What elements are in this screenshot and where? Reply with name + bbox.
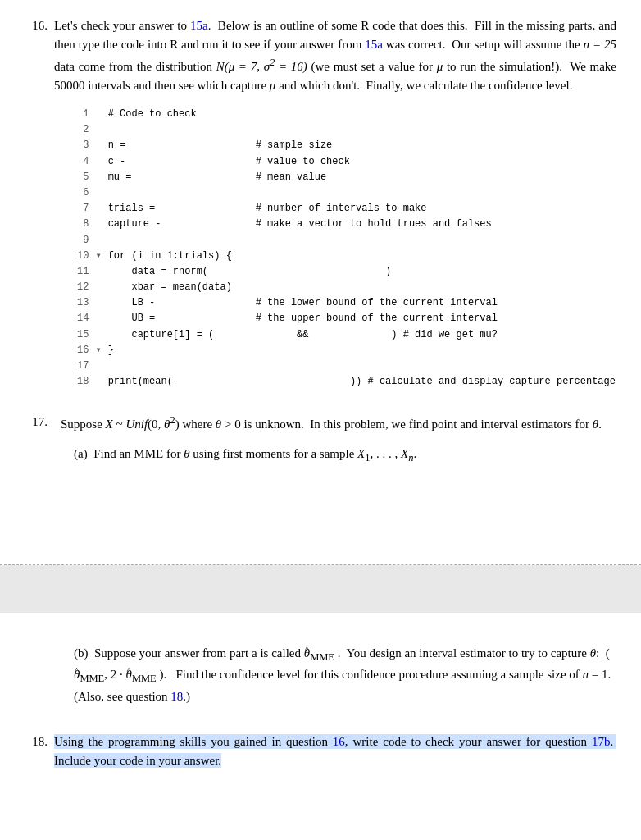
q16-header: 16. Let's check your answer to 15a. Belo…: [25, 16, 616, 95]
math-dist: N(μ = 7, σ2 = 16): [216, 60, 307, 73]
math-mu-2: μ: [270, 79, 276, 92]
code-line-15: 15 capture[i] = ( && ) # did we get mu?: [74, 327, 619, 343]
code-line-9: 9: [74, 233, 619, 249]
code-line-17: 17: [74, 358, 619, 374]
q18-header: 18. Using the programming skills you gai…: [25, 733, 616, 771]
math-n25: n = 25: [584, 38, 616, 51]
code-line-18: 18 print(mean( )) # calculate and displa…: [74, 374, 619, 390]
code-line-5: 5 mu = # mean value: [74, 170, 619, 185]
q17-number: 17.: [25, 413, 48, 431]
q17b-text: (b) Suppose your answer from part a is c…: [74, 646, 614, 703]
question-16-block: 16. Let's check your answer to 15a. Belo…: [25, 16, 616, 390]
question-18-block: 18. Using the programming skills you gai…: [25, 733, 616, 771]
bottom-section: (b) Suppose your answer from part a is c…: [25, 613, 616, 771]
link-16-in-q18[interactable]: 16: [333, 735, 345, 748]
code-line-1: 1 # Code to check: [74, 107, 619, 122]
code-line-11: 11 data = rnorm( ): [74, 264, 619, 280]
link-15a-2[interactable]: 15a: [365, 38, 383, 51]
code-line-6: 6: [74, 185, 619, 201]
q16-text: Let's check your answer to 15a. Below is…: [54, 16, 616, 95]
code-line-14: 14 UB = # the upper bound of the current…: [74, 311, 619, 326]
q18-highlight-text: Using the programming skills you gained …: [54, 734, 616, 768]
code-line-3: 3 n = # sample size: [74, 138, 619, 153]
page-content: 16. Let's check your answer to 15a. Belo…: [25, 16, 616, 771]
code-line-2: 2: [74, 122, 619, 138]
math-theta-hat-mme: ^ θ MME: [304, 646, 338, 660]
math-mu-1: μ: [437, 60, 443, 73]
q17-text: Suppose X ~ Unif(0, θ2) where θ > 0 is u…: [61, 413, 616, 434]
q18-number: 18.: [25, 733, 48, 751]
code-line-16: 16▾}: [74, 343, 619, 358]
code-line-8: 8 capture - # make a vector to hold true…: [74, 217, 619, 232]
q17a-label: (a) Find an MME for θ using first moment…: [74, 447, 416, 460]
code-line-13: 13 LB - # the lower bound of the current…: [74, 295, 619, 311]
q17b-block: (b) Suppose your answer from part a is c…: [74, 644, 616, 706]
link-18[interactable]: 18: [170, 690, 183, 703]
link-15a-1[interactable]: 15a: [190, 19, 208, 32]
q16-code-block: 1 # Code to check 2 3 n = # sample size …: [74, 107, 616, 390]
link-17b-in-q18[interactable]: 17b: [592, 735, 611, 748]
code-table: 1 # Code to check 2 3 n = # sample size …: [74, 107, 619, 390]
code-line-12: 12 xbar = mean(data): [74, 280, 619, 295]
q17-header: 17. Suppose X ~ Unif(0, θ2) where θ > 0 …: [25, 413, 616, 434]
q17a-answer-space: [25, 476, 616, 541]
gray-separator: [0, 565, 641, 613]
code-line-4: 4 c - # value to check: [74, 154, 619, 170]
code-line-10: 10▾for (i in 1:trials) {: [74, 249, 619, 264]
q16-number: 16.: [25, 16, 48, 35]
math-interval: ( ^ θ MME, 2 · ^ θ MME ).: [74, 646, 610, 681]
q17a-text: (a) Find an MME for θ using first moment…: [74, 445, 616, 466]
question-17-block: 17. Suppose X ~ Unif(0, θ2) where θ > 0 …: [25, 413, 616, 541]
code-line-7: 7 trials = # number of intervals to make: [74, 201, 619, 217]
q18-text: Using the programming skills you gained …: [54, 733, 616, 771]
